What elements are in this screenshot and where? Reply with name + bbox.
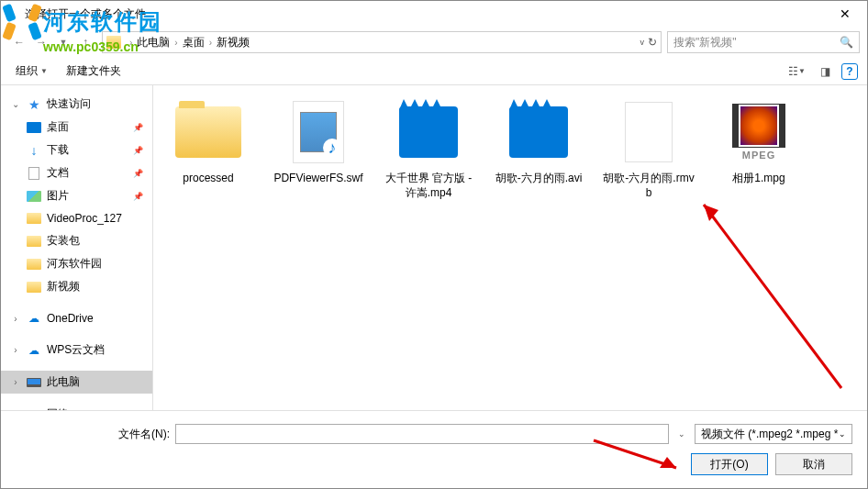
search-input[interactable]: 搜索"新视频" 🔍: [667, 31, 860, 53]
search-placeholder: 搜索"新视频": [673, 35, 737, 50]
file-thumbnail: [500, 96, 577, 168]
sidebar-network[interactable]: ›🖧 网络: [1, 403, 152, 410]
window-title: 选择打开一个或多个文件: [25, 6, 146, 22]
file-item[interactable]: PDFViewerFS.swf: [273, 96, 364, 200]
recent-dropdown[interactable]: ▼: [52, 31, 74, 53]
sidebar-wps[interactable]: ›☁ WPS云文档: [1, 339, 152, 361]
dl-icon: ↓: [27, 143, 41, 158]
file-thumbnail: [610, 96, 687, 168]
forward-button[interactable]: →: [30, 31, 52, 53]
folder-icon: [27, 234, 41, 249]
doc-icon: [27, 166, 41, 181]
bottom-panel: 文件名(N): ⌄ 视频文件 (*.mpeg2 *.mpeg *⌄ 打开(O) …: [1, 410, 867, 488]
folder-icon: [27, 257, 41, 272]
titlebar: 选择打开一个或多个文件 ✕: [1, 1, 867, 27]
sidebar-item[interactable]: 河东软件园: [1, 252, 152, 275]
sidebar-item[interactable]: 图片📌: [1, 184, 152, 207]
pin-icon: 📌: [133, 192, 143, 201]
toolbar: 组织▼ 新建文件夹 ☷ ▼ ◨ ?: [1, 58, 867, 85]
path-dropdown[interactable]: v: [640, 38, 645, 47]
cloud-icon: ☁: [27, 311, 41, 326]
filename-input[interactable]: [175, 424, 669, 444]
file-item[interactable]: 胡歌-六月的雨.rmvb: [603, 96, 695, 200]
file-thumbnail: [280, 96, 357, 168]
file-name: 胡歌-六月的雨.avi: [495, 172, 583, 186]
up-button[interactable]: ↑: [74, 31, 96, 53]
breadcrumb-item[interactable]: 桌面: [181, 35, 206, 50]
file-item[interactable]: processed: [162, 96, 254, 200]
folder-icon: [106, 36, 121, 49]
sidebar-item[interactable]: ↓下载📌: [1, 139, 152, 161]
search-icon: 🔍: [840, 36, 853, 49]
cloud-icon: ☁: [27, 343, 41, 358]
svg-line-0: [704, 205, 841, 388]
pin-icon: 📌: [133, 123, 143, 132]
sidebar-item[interactable]: 文档📌: [1, 161, 152, 184]
file-item[interactable]: 大千世界 官方版 - 许嵩.mp4: [383, 96, 474, 200]
file-thumbnail: [170, 96, 247, 168]
address-bar-row: ← → ▼ ↑ › 此电脑 › 桌面 › 新视频 v↻ 搜索"新视频" 🔍: [1, 27, 867, 58]
file-grid[interactable]: processedPDFViewerFS.swf大千世界 官方版 - 许嵩.mp…: [153, 85, 867, 410]
file-thumbnail: [390, 96, 467, 168]
cancel-button[interactable]: 取消: [775, 453, 852, 475]
file-name: processed: [183, 172, 233, 186]
filename-label: 文件名(N):: [118, 427, 170, 442]
back-button[interactable]: ←: [8, 31, 30, 53]
file-name: 相册1.mpg: [732, 172, 785, 186]
open-button[interactable]: 打开(O): [691, 453, 768, 475]
file-item[interactable]: 胡歌-六月的雨.avi: [493, 96, 584, 200]
annotation-arrow: [685, 195, 860, 406]
sidebar-item[interactable]: 新视频: [1, 275, 152, 298]
folder-icon: [27, 211, 41, 226]
view-mode-button[interactable]: ☷ ▼: [785, 63, 809, 80]
sidebar-onedrive[interactable]: ›☁ OneDrive: [1, 307, 152, 329]
pc-icon: [27, 375, 41, 390]
filename-dropdown[interactable]: ⌄: [674, 429, 689, 439]
file-name: 胡歌-六月的雨.rmvb: [603, 172, 695, 200]
pin-icon: 📌: [133, 146, 143, 155]
sidebar-item[interactable]: VideoProc_127: [1, 207, 152, 229]
sidebar-this-pc[interactable]: › 此电脑: [1, 371, 152, 394]
file-name: PDFViewerFS.swf: [273, 172, 362, 186]
sidebar-quick-access[interactable]: ⌄★ 快速访问: [1, 93, 152, 116]
file-item[interactable]: MPEG相册1.mpg: [713, 96, 805, 200]
folder-icon: [27, 280, 41, 295]
new-folder-button[interactable]: 新建文件夹: [61, 61, 127, 81]
sidebar-item[interactable]: 安装包: [1, 229, 152, 252]
pin-icon: 📌: [133, 169, 143, 178]
preview-pane-button[interactable]: ◨: [817, 63, 834, 80]
svg-marker-1: [704, 205, 718, 221]
sidebar-item[interactable]: 桌面📌: [1, 116, 152, 139]
sidebar: ⌄★ 快速访问 桌面📌↓下载📌文档📌图片📌 VideoProc_127安装包河东…: [1, 85, 153, 410]
pic-icon: [27, 189, 41, 204]
filetype-filter[interactable]: 视频文件 (*.mpeg2 *.mpeg *⌄: [695, 424, 852, 444]
close-button[interactable]: ✕: [827, 1, 863, 27]
blue-icon: [27, 120, 41, 135]
breadcrumb[interactable]: › 此电脑 › 桌面 › 新视频 v↻: [102, 31, 662, 53]
star-icon: ★: [27, 97, 41, 112]
help-button[interactable]: ?: [841, 63, 858, 80]
breadcrumb-item[interactable]: 此电脑: [135, 35, 172, 50]
file-thumbnail: MPEG: [720, 96, 797, 168]
breadcrumb-item[interactable]: 新视频: [215, 35, 251, 50]
file-name: 大千世界 官方版 - 许嵩.mp4: [383, 172, 474, 200]
organize-menu[interactable]: 组织▼: [10, 61, 53, 81]
refresh-button[interactable]: ↻: [648, 36, 657, 49]
